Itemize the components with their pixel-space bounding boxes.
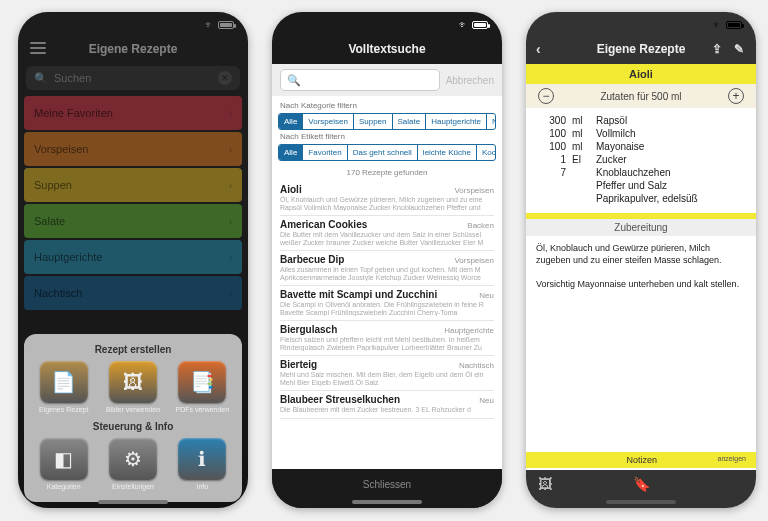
photo-icon[interactable]: 🖼: [538, 476, 552, 492]
notes-action[interactable]: anzeigen: [718, 455, 746, 465]
status-bar: ᯤ: [526, 12, 756, 34]
servings-row: − Zutaten für 500 ml +: [526, 84, 756, 108]
action-sheet: Rezept erstellen 📄Eigenes Rezept🖼Bilder …: [24, 334, 242, 502]
ingredient-qty: [538, 193, 566, 204]
sheet-header-2: Steuerung & Info: [30, 417, 236, 436]
sheet-button[interactable]: ⚙Einstellungen: [101, 438, 164, 490]
result-item[interactable]: Blaubeer StreuselkuchenNeuDie Blaubeeren…: [280, 391, 494, 419]
sheet-icon: 🖼: [109, 361, 157, 403]
result-item[interactable]: AioliVorspeisenÖl, Knoblauch und Gewürze…: [280, 181, 494, 216]
home-indicator[interactable]: [606, 500, 676, 504]
result-count: 170 Rezepte gefunden: [272, 164, 502, 181]
header: ‹ Eigene Rezepte ⇪ ✎: [526, 34, 756, 64]
sheet-icon: ℹ: [178, 438, 226, 480]
notes-bar[interactable]: Notizen anzeigen: [526, 452, 756, 468]
result-category: Vorspeisen: [454, 256, 494, 265]
search-row: 🔍 Abbrechen: [272, 64, 502, 96]
result-title: Blaubeer Streuselkuchen: [280, 394, 400, 405]
filter-category-pills: AlleVorspeisenSuppenSalateHauptgerichteN…: [278, 113, 496, 130]
ingredient-name: Pfeffer und Salz: [596, 180, 744, 191]
sheet-button[interactable]: 📑PDFs verwenden: [171, 361, 234, 413]
ingredient-unit: [572, 180, 590, 191]
result-desc: Die Blaubeeren mit dem Zucker bestreuen.…: [280, 406, 494, 414]
filter-pill[interactable]: Vorspeisen: [303, 114, 354, 129]
minus-button[interactable]: −: [538, 88, 554, 104]
ingredient-name: Paprikapulver, edelsüß: [596, 193, 744, 204]
home-indicator[interactable]: [98, 500, 168, 504]
battery-icon: [472, 21, 488, 29]
filter-pill[interactable]: Alle: [279, 145, 303, 160]
result-title: Barbecue Dip: [280, 254, 344, 265]
filter-tag-label: Nach Etikett filtern: [280, 132, 496, 141]
search-input[interactable]: 🔍: [280, 69, 440, 91]
filter-pill[interactable]: Alle: [279, 114, 303, 129]
prep-paragraph: Vorsichtig Mayonnaise unterheben und kal…: [536, 278, 746, 290]
ingredient-qty: 1: [538, 154, 566, 165]
filter-pill[interactable]: Salate: [393, 114, 427, 129]
result-list[interactable]: AioliVorspeisenÖl, Knoblauch und Gewürze…: [272, 181, 502, 469]
ingredient-row: Pfeffer und Salz: [538, 179, 744, 192]
ingredient-qty: 100: [538, 128, 566, 139]
sheet-label: Einstellungen: [112, 483, 154, 490]
result-category: Backen: [467, 221, 494, 230]
ingredient-row: 7Knoblauchzehen: [538, 166, 744, 179]
close-label: Schliessen: [363, 479, 411, 490]
plus-button[interactable]: +: [728, 88, 744, 104]
back-button[interactable]: ‹: [536, 41, 541, 57]
servings-label: Zutaten für 500 ml: [600, 91, 681, 102]
sheet-label: Kategorien: [47, 483, 81, 490]
ingredient-unit: ml: [572, 115, 590, 126]
recipe-title: Aioli: [526, 64, 756, 84]
result-desc: Die Scampi in Olivenöl anbraten. Die Frü…: [280, 301, 494, 316]
result-title: American Cookies: [280, 219, 367, 230]
share-icon[interactable]: ⇪: [712, 42, 722, 56]
prep-text: Öl, Knoblauch und Gewürze pürieren, Milc…: [526, 236, 756, 297]
filter-pill[interactable]: Favoriten: [303, 145, 347, 160]
phone-3: ᯤ ‹ Eigene Rezepte ⇪ ✎ Aioli − Zutaten f…: [526, 12, 756, 508]
bookmark-icon[interactable]: 🔖: [633, 476, 650, 492]
edit-icon[interactable]: ✎: [734, 42, 744, 56]
prep-paragraph: Öl, Knoblauch und Gewürze pürieren, Milc…: [536, 242, 746, 266]
ingredient-list: 300mlRapsöl100mlVollmilch100mlMayonaise1…: [526, 108, 756, 213]
result-desc: Öl, Knoblauch und Gewürze pürieren, Milc…: [280, 196, 494, 211]
sheet-icon: 📄: [40, 361, 88, 403]
sheet-button[interactable]: ◧Kategorien: [32, 438, 95, 490]
phone-2: ᯤ Volltextsuche 🔍 Abbrechen Nach Kategor…: [272, 12, 502, 508]
sheet-label: Bilder verwenden: [106, 406, 160, 413]
cancel-button[interactable]: Abbrechen: [446, 75, 494, 86]
ingredient-row: 100mlMayonaise: [538, 140, 744, 153]
sheet-button[interactable]: 🖼Bilder verwenden: [101, 361, 164, 413]
result-desc: Alles zusammen in einen Topf geben und g…: [280, 266, 494, 281]
result-category: Hauptgerichte: [444, 326, 494, 335]
page-title: Volltextsuche: [348, 42, 425, 56]
ingredient-unit: [572, 193, 590, 204]
prep-header: Zubereitung: [526, 219, 756, 236]
filter-pill[interactable]: leichte Küche: [418, 145, 477, 160]
filter-category-label: Nach Kategorie filtern: [280, 101, 496, 110]
result-item[interactable]: American CookiesBackenDie Butter mit dem…: [280, 216, 494, 251]
home-indicator[interactable]: [352, 500, 422, 504]
result-item[interactable]: Bavette mit Scampi und ZucchiniNeuDie Sc…: [280, 286, 494, 321]
filter-pill[interactable]: Hauptgerichte: [426, 114, 487, 129]
result-item[interactable]: BiergulaschHauptgerichteFleisch salzen u…: [280, 321, 494, 356]
ingredient-unit: ml: [572, 141, 590, 152]
sheet-label: Info: [196, 483, 208, 490]
ingredient-qty: 300: [538, 115, 566, 126]
sheet-label: Eigenes Rezept: [39, 406, 88, 413]
result-desc: Fleisch salzen und pfeffern leicht mit M…: [280, 336, 494, 351]
filter-pill[interactable]: Das geht schnell: [348, 145, 418, 160]
sheet-button[interactable]: 📄Eigenes Rezept: [32, 361, 95, 413]
header: Volltextsuche: [272, 34, 502, 64]
ingredient-row: 100mlVollmilch: [538, 127, 744, 140]
notes-label: Notizen: [627, 455, 658, 465]
filter-pill[interactable]: Suppen: [354, 114, 393, 129]
sheet-icon: ◧: [40, 438, 88, 480]
ingredient-qty: 7: [538, 167, 566, 178]
status-bar: ᯤ: [272, 12, 502, 34]
result-item[interactable]: BierteigNachtischMehl und Salz mischen. …: [280, 356, 494, 391]
ingredient-unit: El: [572, 154, 590, 165]
filter-pill[interactable]: Kochen für: [477, 145, 496, 160]
result-item[interactable]: Barbecue DipVorspeisenAlles zusammen in …: [280, 251, 494, 286]
filter-pill[interactable]: Nachtisch: [487, 114, 496, 129]
sheet-button[interactable]: ℹInfo: [171, 438, 234, 490]
